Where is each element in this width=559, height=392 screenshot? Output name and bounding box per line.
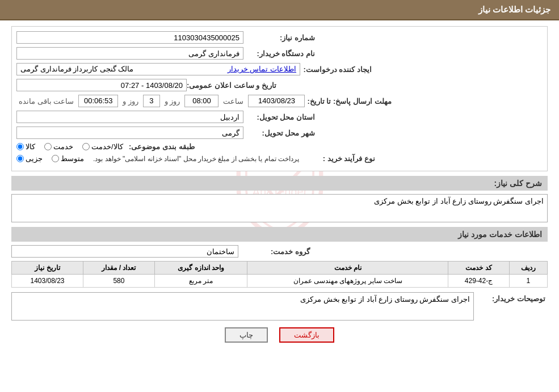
back-button[interactable]: بازگشت: [279, 327, 334, 343]
cell-unit: متر مربع: [154, 275, 247, 288]
buyer-desc-row: توصیحات خریدار: اجرای سنگفرش روستای زارع…: [11, 292, 548, 321]
category-kala-khadamat-label: کالا/خدمت: [91, 142, 123, 151]
creator-value-box: اطلاعات تماس خریدار مالک گنجی کاربرداز ف…: [16, 63, 300, 75]
services-section-label: اطلاعات خدمات مورد نیاز: [458, 230, 542, 239]
city-value: گرمی: [16, 127, 243, 139]
services-table-body: 1 ج-42-429 ساخت سایر پروژههای مهندسی عمر…: [12, 275, 548, 288]
services-table-header-row: ردیف کد خدمت نام خدمت واحد اندازه گیری ت…: [12, 262, 548, 275]
service-group-label: گروه خدمت:: [238, 247, 312, 256]
process-label: نوع فرآیند خرید :: [304, 154, 377, 163]
remaining-label: روز و: [120, 97, 141, 106]
category-label: طبقه بندی موضوعی:: [123, 142, 197, 151]
col-service-code: کد خدمت: [448, 262, 510, 275]
col-date: تاریخ نیاز: [12, 262, 83, 275]
province-row: استان محل تحویل: اردبیل: [16, 111, 543, 123]
response-days: 3: [143, 95, 160, 107]
cell-code: ج-42-429: [448, 275, 510, 288]
category-row: طبقه بندی موضوعی: کالا/خدمت خدمت کالا: [16, 142, 543, 151]
general-info-section: شماره نیاز: 1103030435000025 نام دستگاه …: [11, 26, 548, 171]
col-row-number: ردیف: [509, 262, 547, 275]
province-label: استان محل تحویل:: [243, 113, 317, 121]
page-wrapper: جزئیات اطلاعات نیاز AnaTender شماره نیاز…: [0, 0, 559, 392]
process-radio-group: پرداخت تمام یا بخشی از مبلغ خریدار محل "…: [16, 154, 304, 163]
days-label: روز و: [162, 97, 183, 106]
process-jozi-radio[interactable]: [16, 155, 24, 162]
page-title: جزئیات اطلاعات نیاز: [478, 5, 550, 14]
cell-quantity: 580: [83, 275, 155, 288]
category-khadamat[interactable]: خدمت: [44, 142, 73, 151]
main-content: AnaTender شماره نیاز: 1103030435000025 ن…: [0, 20, 559, 355]
buyer-desc-label: توصیحات خریدار:: [474, 292, 548, 303]
category-kala-label: کالا: [26, 142, 35, 151]
province-value: اردبیل: [16, 111, 243, 123]
description-label: شرح کلی نیاز:: [494, 179, 542, 188]
col-unit: واحد اندازه گیری: [154, 262, 247, 275]
creator-name: مالک گنجی کاربرداز فرمانداری گرمی: [20, 64, 133, 74]
category-khadamat-radio[interactable]: [44, 143, 52, 150]
content-area: شماره نیاز: 1103030435000025 نام دستگاه …: [11, 26, 548, 349]
city-label: شهر محل تحویل:: [243, 129, 317, 137]
description-wrapper: اجرای سنگفرش روستای زارع آباد از توابع ب…: [11, 194, 548, 222]
response-deadline-label: مهلت ارسال پاسخ: تا تاریخ:: [307, 97, 393, 106]
announce-date-value: 1403/08/20 - 07:27: [16, 79, 187, 91]
category-kala-khadamat-radio[interactable]: [82, 143, 90, 150]
city-row: شهر محل تحویل: گرمی: [16, 127, 543, 139]
cell-row: 1: [509, 275, 547, 288]
tender-number-label: شماره نیاز:: [243, 33, 317, 42]
response-remaining: 00:06:53: [78, 95, 118, 107]
process-motavaset[interactable]: متوسط: [52, 154, 84, 163]
page-header: جزئیات اطلاعات نیاز: [0, 0, 559, 20]
print-button[interactable]: چاپ: [225, 327, 268, 343]
remaining-suffix-label: ساعت باقی مانده: [16, 97, 76, 106]
description-value: اجرای سنگفرش روستای زارع آباد از توابع ب…: [11, 194, 548, 222]
service-group-row: گروه خدمت: ساختمان: [11, 245, 548, 258]
announce-date-label: تاریخ و ساعت اعلان عمومی:: [187, 81, 279, 90]
cell-date: 1403/08/23: [12, 275, 83, 288]
response-deadline-row: مهلت ارسال پاسخ: تا تاریخ: 1403/08/23 سا…: [16, 95, 543, 107]
buyer-org-value: فرمانداری گرمی: [16, 47, 243, 60]
col-quantity: تعداد / مقدار: [83, 262, 155, 275]
service-group-value: ساختمان: [11, 245, 238, 258]
buyer-desc-value: اجرای سنگفرش روستای زارع آباد از توابع ب…: [11, 292, 474, 321]
process-motavaset-label: متوسط: [61, 154, 84, 163]
response-time: 08:00: [184, 95, 218, 107]
creator-label: ایجاد کننده درخواست:: [300, 65, 374, 74]
category-kala-radio[interactable]: [16, 143, 24, 150]
process-row: نوع فرآیند خرید : پرداخت تمام یا بخشی از…: [16, 154, 543, 163]
creator-row: ایجاد کننده درخواست: اطلاعات تماس خریدار…: [16, 63, 543, 75]
services-section-header: اطلاعات خدمات مورد نیاز: [11, 227, 548, 242]
category-khadamat-label: خدمت: [53, 142, 73, 151]
category-kala[interactable]: کالا: [16, 142, 35, 151]
buyer-org-row: نام دستگاه خریدار: فرمانداری گرمی: [16, 47, 543, 60]
button-row: بازگشت چاپ: [11, 327, 548, 349]
cell-name: ساخت سایر پروژههای مهندسی عمران: [247, 275, 448, 288]
announce-date-row: تاریخ و ساعت اعلان عمومی: 1403/08/20 - 0…: [16, 79, 543, 91]
tender-number-value: 1103030435000025: [16, 31, 243, 44]
response-date: 1403/08/23: [248, 95, 305, 107]
process-motavaset-radio[interactable]: [52, 155, 59, 162]
creator-contact-link[interactable]: اطلاعات تماس خریدار: [228, 64, 296, 74]
description-section-header: شرح کلی نیاز:: [11, 176, 548, 191]
time-label: ساعت: [221, 97, 246, 106]
services-table-section: ردیف کد خدمت نام خدمت واحد اندازه گیری ت…: [11, 261, 548, 288]
process-jozi-label: جزیی: [26, 154, 43, 163]
col-service-name: نام خدمت: [247, 262, 448, 275]
category-kala-khadamat[interactable]: کالا/خدمت: [82, 142, 123, 151]
tender-number-row: شماره نیاز: 1103030435000025: [16, 31, 543, 44]
process-text: پرداخت تمام یا بخشی از مبلغ خریدار محل "…: [93, 155, 299, 163]
category-radio-group: کالا/خدمت خدمت کالا: [16, 142, 123, 151]
buyer-org-label: نام دستگاه خریدار:: [243, 49, 317, 58]
table-row: 1 ج-42-429 ساخت سایر پروژههای مهندسی عمر…: [12, 275, 548, 288]
services-table: ردیف کد خدمت نام خدمت واحد اندازه گیری ت…: [11, 261, 548, 288]
services-table-head: ردیف کد خدمت نام خدمت واحد اندازه گیری ت…: [12, 262, 548, 275]
process-jozi[interactable]: جزیی: [16, 154, 43, 163]
